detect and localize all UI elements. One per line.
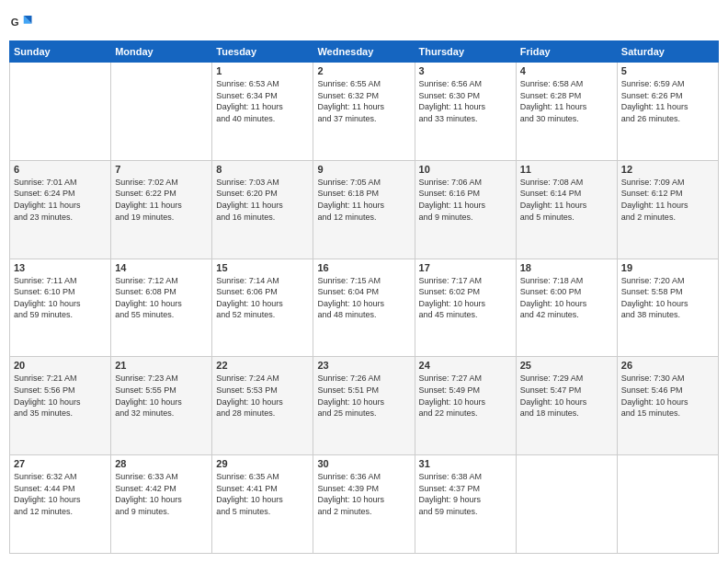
cell-content: Sunrise: 7:12 AM Sunset: 6:08 PM Dayligh… bbox=[115, 275, 208, 321]
calendar-week-row: 13Sunrise: 7:11 AM Sunset: 6:10 PM Dayli… bbox=[10, 259, 719, 357]
calendar-cell: 1Sunrise: 6:53 AM Sunset: 6:34 PM Daylig… bbox=[212, 63, 313, 161]
day-number: 13 bbox=[14, 262, 107, 273]
day-number: 31 bbox=[419, 458, 512, 469]
cell-content: Sunrise: 7:02 AM Sunset: 6:22 PM Dayligh… bbox=[115, 177, 208, 223]
day-number: 30 bbox=[317, 458, 410, 469]
calendar-cell: 18Sunrise: 7:18 AM Sunset: 6:00 PM Dayli… bbox=[516, 259, 617, 357]
logo-icon: G bbox=[9, 9, 35, 35]
day-number: 22 bbox=[216, 360, 309, 371]
calendar-cell: 23Sunrise: 7:26 AM Sunset: 5:51 PM Dayli… bbox=[313, 357, 415, 455]
cell-content: Sunrise: 7:20 AM Sunset: 5:58 PM Dayligh… bbox=[621, 275, 714, 321]
calendar-cell: 11Sunrise: 7:08 AM Sunset: 6:14 PM Dayli… bbox=[516, 160, 617, 259]
calendar-cell: 16Sunrise: 7:15 AM Sunset: 6:04 PM Dayli… bbox=[313, 259, 415, 357]
weekday-header-friday: Friday bbox=[516, 41, 617, 63]
cell-content: Sunrise: 6:35 AM Sunset: 4:41 PM Dayligh… bbox=[216, 471, 309, 517]
cell-content: Sunrise: 7:23 AM Sunset: 5:55 PM Dayligh… bbox=[115, 373, 208, 419]
weekday-header-wednesday: Wednesday bbox=[313, 41, 415, 63]
cell-content: Sunrise: 7:18 AM Sunset: 6:00 PM Dayligh… bbox=[520, 275, 613, 321]
cell-content: Sunrise: 7:30 AM Sunset: 5:46 PM Dayligh… bbox=[621, 373, 714, 419]
day-number: 28 bbox=[115, 458, 208, 469]
day-number: 29 bbox=[216, 458, 309, 469]
cell-content: Sunrise: 6:58 AM Sunset: 6:28 PM Dayligh… bbox=[520, 78, 613, 124]
day-number: 5 bbox=[621, 65, 714, 76]
day-number: 27 bbox=[14, 458, 107, 469]
weekday-header-saturday: Saturday bbox=[617, 41, 718, 63]
calendar-cell: 7Sunrise: 7:02 AM Sunset: 6:22 PM Daylig… bbox=[111, 160, 212, 259]
day-number: 12 bbox=[621, 164, 714, 175]
cell-content: Sunrise: 7:01 AM Sunset: 6:24 PM Dayligh… bbox=[14, 177, 107, 223]
cell-content: Sunrise: 7:09 AM Sunset: 6:12 PM Dayligh… bbox=[621, 177, 714, 223]
day-number: 2 bbox=[317, 65, 410, 76]
calendar-cell: 12Sunrise: 7:09 AM Sunset: 6:12 PM Dayli… bbox=[617, 160, 718, 259]
calendar-cell: 3Sunrise: 6:56 AM Sunset: 6:30 PM Daylig… bbox=[415, 63, 516, 161]
day-number: 10 bbox=[419, 164, 512, 175]
calendar-cell: 4Sunrise: 6:58 AM Sunset: 6:28 PM Daylig… bbox=[516, 63, 617, 161]
svg-text:G: G bbox=[11, 17, 19, 28]
cell-content: Sunrise: 7:14 AM Sunset: 6:06 PM Dayligh… bbox=[216, 275, 309, 321]
day-number: 9 bbox=[317, 164, 410, 175]
calendar-cell: 19Sunrise: 7:20 AM Sunset: 5:58 PM Dayli… bbox=[617, 259, 718, 357]
day-number: 17 bbox=[419, 262, 512, 273]
calendar-cell: 8Sunrise: 7:03 AM Sunset: 6:20 PM Daylig… bbox=[212, 160, 313, 259]
calendar-cell: 30Sunrise: 6:36 AM Sunset: 4:39 PM Dayli… bbox=[313, 455, 415, 554]
calendar-cell: 29Sunrise: 6:35 AM Sunset: 4:41 PM Dayli… bbox=[212, 455, 313, 554]
cell-content: Sunrise: 7:08 AM Sunset: 6:14 PM Dayligh… bbox=[520, 177, 613, 223]
day-number: 19 bbox=[621, 262, 714, 273]
calendar-cell: 31Sunrise: 6:38 AM Sunset: 4:37 PM Dayli… bbox=[415, 455, 516, 554]
day-number: 8 bbox=[216, 164, 309, 175]
day-number: 11 bbox=[520, 164, 613, 175]
cell-content: Sunrise: 6:59 AM Sunset: 6:26 PM Dayligh… bbox=[621, 78, 714, 124]
cell-content: Sunrise: 7:15 AM Sunset: 6:04 PM Dayligh… bbox=[317, 275, 410, 321]
day-number: 16 bbox=[317, 262, 410, 273]
day-number: 26 bbox=[621, 360, 714, 371]
cell-content: Sunrise: 6:36 AM Sunset: 4:39 PM Dayligh… bbox=[317, 471, 410, 517]
weekday-header-row: SundayMondayTuesdayWednesdayThursdayFrid… bbox=[10, 41, 719, 63]
weekday-header-thursday: Thursday bbox=[415, 41, 516, 63]
calendar-cell bbox=[617, 455, 718, 554]
calendar-cell: 5Sunrise: 6:59 AM Sunset: 6:26 PM Daylig… bbox=[617, 63, 718, 161]
day-number: 4 bbox=[520, 65, 613, 76]
cell-content: Sunrise: 7:29 AM Sunset: 5:47 PM Dayligh… bbox=[520, 373, 613, 419]
page-header: G bbox=[9, 9, 719, 35]
cell-content: Sunrise: 7:03 AM Sunset: 6:20 PM Dayligh… bbox=[216, 177, 309, 223]
calendar-cell bbox=[111, 63, 212, 161]
calendar-cell: 9Sunrise: 7:05 AM Sunset: 6:18 PM Daylig… bbox=[313, 160, 415, 259]
cell-content: Sunrise: 7:06 AM Sunset: 6:16 PM Dayligh… bbox=[419, 177, 512, 223]
day-number: 15 bbox=[216, 262, 309, 273]
weekday-header-sunday: Sunday bbox=[10, 41, 111, 63]
day-number: 25 bbox=[520, 360, 613, 371]
day-number: 24 bbox=[419, 360, 512, 371]
calendar-cell: 28Sunrise: 6:33 AM Sunset: 4:42 PM Dayli… bbox=[111, 455, 212, 554]
cell-content: Sunrise: 6:38 AM Sunset: 4:37 PM Dayligh… bbox=[419, 471, 512, 517]
calendar-week-row: 27Sunrise: 6:32 AM Sunset: 4:44 PM Dayli… bbox=[10, 455, 719, 554]
day-number: 1 bbox=[216, 65, 309, 76]
cell-content: Sunrise: 7:05 AM Sunset: 6:18 PM Dayligh… bbox=[317, 177, 410, 223]
cell-content: Sunrise: 6:53 AM Sunset: 6:34 PM Dayligh… bbox=[216, 78, 309, 124]
cell-content: Sunrise: 6:33 AM Sunset: 4:42 PM Dayligh… bbox=[115, 471, 208, 517]
day-number: 18 bbox=[520, 262, 613, 273]
calendar-cell: 26Sunrise: 7:30 AM Sunset: 5:46 PM Dayli… bbox=[617, 357, 718, 455]
cell-content: Sunrise: 7:24 AM Sunset: 5:53 PM Dayligh… bbox=[216, 373, 309, 419]
calendar-cell: 2Sunrise: 6:55 AM Sunset: 6:32 PM Daylig… bbox=[313, 63, 415, 161]
cell-content: Sunrise: 7:17 AM Sunset: 6:02 PM Dayligh… bbox=[419, 275, 512, 321]
calendar-cell: 17Sunrise: 7:17 AM Sunset: 6:02 PM Dayli… bbox=[415, 259, 516, 357]
cell-content: Sunrise: 6:32 AM Sunset: 4:44 PM Dayligh… bbox=[14, 471, 107, 517]
cell-content: Sunrise: 6:56 AM Sunset: 6:30 PM Dayligh… bbox=[419, 78, 512, 124]
day-number: 23 bbox=[317, 360, 410, 371]
cell-content: Sunrise: 7:27 AM Sunset: 5:49 PM Dayligh… bbox=[419, 373, 512, 419]
calendar-cell: 20Sunrise: 7:21 AM Sunset: 5:56 PM Dayli… bbox=[10, 357, 111, 455]
day-number: 20 bbox=[14, 360, 107, 371]
calendar-cell: 15Sunrise: 7:14 AM Sunset: 6:06 PM Dayli… bbox=[212, 259, 313, 357]
calendar-cell bbox=[10, 63, 111, 161]
cell-content: Sunrise: 7:26 AM Sunset: 5:51 PM Dayligh… bbox=[317, 373, 410, 419]
calendar-week-row: 6Sunrise: 7:01 AM Sunset: 6:24 PM Daylig… bbox=[10, 160, 719, 259]
calendar-cell: 10Sunrise: 7:06 AM Sunset: 6:16 PM Dayli… bbox=[415, 160, 516, 259]
logo: G bbox=[9, 9, 39, 35]
day-number: 14 bbox=[115, 262, 208, 273]
calendar-week-row: 20Sunrise: 7:21 AM Sunset: 5:56 PM Dayli… bbox=[10, 357, 719, 455]
day-number: 7 bbox=[115, 164, 208, 175]
calendar-cell: 21Sunrise: 7:23 AM Sunset: 5:55 PM Dayli… bbox=[111, 357, 212, 455]
calendar-cell bbox=[516, 455, 617, 554]
calendar-cell: 25Sunrise: 7:29 AM Sunset: 5:47 PM Dayli… bbox=[516, 357, 617, 455]
day-number: 3 bbox=[419, 65, 512, 76]
